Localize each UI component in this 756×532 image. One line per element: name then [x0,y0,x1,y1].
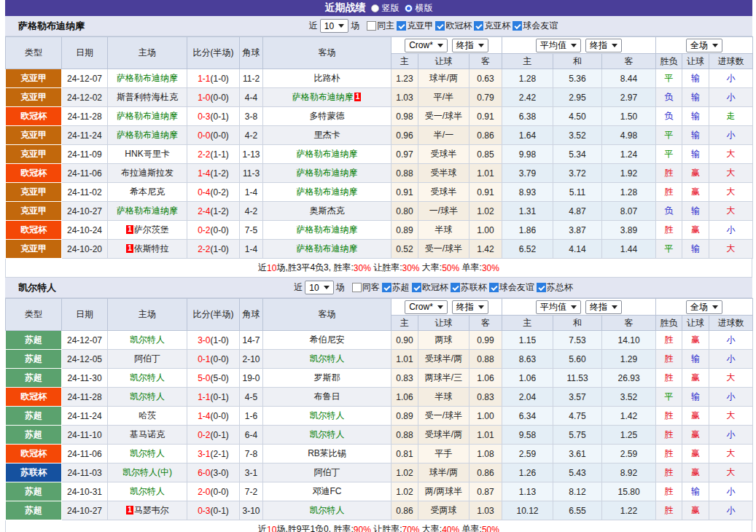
league-filter-苏总杯[interactable]: 苏总杯 [537,281,573,294]
league-filter-苏超[interactable]: 苏超 [382,281,410,294]
avg-away-odds: 14.10 [602,331,656,350]
team-name: 阿伯丁 [314,467,340,477]
score-cell: 2-4(1-2) [187,202,240,221]
goals-cell: 小 [709,221,753,240]
team-name: 哈茨 [139,410,156,420]
radio-icon-vertical[interactable] [371,4,379,12]
league-cell: 苏超 [6,482,62,501]
league-filter-球会友谊[interactable]: 球会友谊 [489,281,534,294]
date-cell: 24-12-02 [62,88,108,107]
bookmaker-period-select[interactable]: 终指 [452,300,488,314]
handicap-result-cell: 输 [682,107,709,126]
checkbox-icon [352,283,362,292]
summary-segment: 50% [482,525,499,532]
table-row: 欧冠杯24-11-06凯尔特人3-1(2-1)7-8RB莱比锡0.81平手1.0… [6,445,753,463]
team-cell: 萨格勒布迪纳摩 [108,126,187,145]
handicap-result-cell: 输 [682,388,709,407]
summary-segment: 场,胜3平4负3, 胜率: [276,262,353,274]
avg-home-odds: 3.79 [502,164,553,183]
same-venue-checkbox[interactable]: 同主 [367,20,394,32]
col-subheader: 和 [553,54,602,69]
handicap-result-cell: 赢 [682,221,709,240]
dropdown-arrow-icon [712,305,718,309]
crow-away-odds: 1.00 [469,407,502,426]
radio-icon-horizontal[interactable] [405,4,413,12]
league-cell: 苏超 [6,350,62,369]
checkbox-icon [382,283,391,292]
crow-away-odds: 1.00 [469,221,502,240]
league-filter-苏联杯[interactable]: 苏联杯 [451,281,487,294]
col-header: 客场 [263,299,391,331]
crow-away-odds: 0.91 [469,107,502,126]
team-cell: 萨格勒布迪纳摩 [263,164,391,183]
layout-option-horizontal[interactable]: 横版 [405,2,433,15]
league-filter-苏总杯-label: 苏总杯 [547,281,573,294]
team-cell: 凯尔特人 [108,445,187,463]
team-cell: 奥斯杰克 [263,202,391,221]
team-name: 凯尔特人 [130,486,165,496]
date-cell: 24-11-28 [62,107,108,126]
handicap-result-cell: 输 [682,350,709,369]
crow-home-odds: 0.98 [391,107,418,126]
result-cell: 胜 [656,369,682,388]
league-filter-欧冠杯[interactable]: 欧冠杯 [435,20,472,32]
score-cell: 0-4(0-2) [187,183,240,202]
league-cell: 苏超 [6,369,62,388]
goals-cell: 小 [709,126,753,145]
corner-cell: 11-2 [240,69,263,88]
same-venue-checkbox[interactable]: 同客 [352,281,380,294]
table-row: 克亚甲24-11-24萨格勒布迪纳摩0-0(0-0)4-2里杰卡0.96半/一0… [6,126,753,145]
team-cell: 萨格勒布迪纳摩1 [263,88,391,107]
goals-cell: 大 [709,240,753,259]
avg-away-odds: 1.29 [602,350,656,369]
avg-home-odds: 9.98 [502,145,553,164]
team-cell: 萨格勒布迪纳摩 [263,145,391,164]
team-name: 比路朴 [314,73,340,83]
average-select[interactable]: 平均值 [536,300,581,314]
crow-away-odds: 1.08 [469,445,502,463]
league-filter-欧冠杯[interactable]: 欧冠杯 [412,281,448,294]
average-period-select[interactable]: 终指 [585,39,622,52]
team-name: 凯尔特人 [130,391,165,402]
corner-cell: 19-0 [240,369,263,388]
team-name: 萨尔茨堡 [134,224,169,235]
summary-segment: 90% [354,525,371,532]
scope-select[interactable]: 全场 [686,39,722,52]
bookmaker-select[interactable]: Crow* [405,39,448,52]
goals-cell: 小 [709,388,753,407]
halftime-score: (1-0) [211,74,229,84]
avg-away-odds: 8.07 [602,202,656,221]
summary-segment: 单率: [459,262,482,274]
recent-count-select[interactable]: 10 [305,281,333,294]
score-cell: 0-2(0-1) [187,426,240,445]
summary-segment: 50% [442,263,459,273]
avg-home-odds: 1.86 [502,221,553,240]
corner-cell: 1-6 [240,407,263,426]
col-subheader: 主 [502,316,553,331]
date-cell: 24-11-24 [62,126,108,145]
result-cell: 胜 [656,482,682,501]
games-label: 场 [351,20,359,32]
scope-select[interactable]: 全场 [686,300,722,314]
average-period-select[interactable]: 终指 [585,300,622,314]
col-header: 客场 [263,37,391,69]
filter-bar: 萨格勒布迪纳摩近10场同主克亚甲欧冠杯克亚杯球会友谊 [5,16,752,36]
near-label: 近 [309,20,318,32]
bookmaker-select[interactable]: Crow* [405,300,448,314]
team-cell: 萨格勒布迪纳摩 [263,240,391,259]
table-row: 欧冠杯24-11-28萨格勒布迪纳摩0-3(0-1)3-8多特蒙德0.98受一/… [6,107,753,126]
recent-count-select[interactable]: 10 [320,19,348,33]
crow-away-odds: 0.79 [469,88,502,107]
result-cell: 胜 [656,331,682,350]
average-select[interactable]: 平均值 [536,39,581,52]
handicap-cell: 受球半 [418,145,469,164]
league-filter-克亚甲[interactable]: 克亚甲 [397,20,433,32]
team-name: 萨格勒布迪纳摩 [117,130,178,140]
team-name: 布鲁日 [314,391,340,402]
league-filter-球会友谊[interactable]: 球会友谊 [513,20,558,32]
league-filter-克亚杯[interactable]: 克亚杯 [474,20,510,32]
avg-home-odds: 6.38 [502,107,553,126]
layout-option-vertical[interactable]: 竖版 [371,2,400,15]
crow-home-odds: 0.90 [391,331,418,350]
bookmaker-period-select[interactable]: 终指 [452,39,488,52]
